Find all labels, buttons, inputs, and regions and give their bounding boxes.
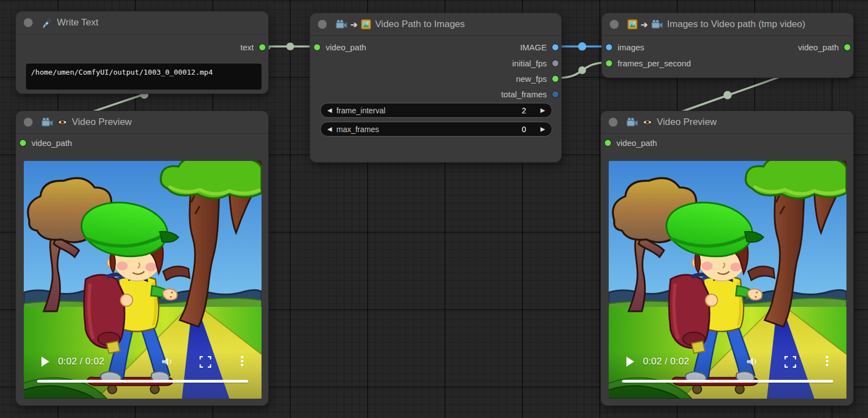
port-label: images xyxy=(618,43,644,52)
link-midpoint-dot[interactable] xyxy=(578,43,587,51)
output-dot-text[interactable] xyxy=(259,44,266,51)
video-time: 0:02 / 0:02 xyxy=(58,356,104,367)
link-midpoint-dot[interactable] xyxy=(724,91,732,100)
overflow-menu-button[interactable] xyxy=(240,356,244,369)
node-write-text[interactable]: Write Text text /home/umen/ComfyUI/outpu… xyxy=(15,11,269,94)
node-images-to-video-path[interactable]: ➔ Images to Video path (tmp video) image… xyxy=(602,13,854,78)
widget-max-frames[interactable]: ◀ max_frames 0 ▶ xyxy=(320,122,552,137)
output-port-total-frames: total_frames xyxy=(501,88,559,100)
port-label: video_path xyxy=(798,43,839,52)
widget-value: 2 xyxy=(522,106,526,115)
volume-button[interactable] xyxy=(747,357,757,369)
node-video-preview-right[interactable]: Video Preview video_path 0:02 / 0:02 xyxy=(600,111,854,406)
port-label: text xyxy=(240,43,254,52)
input-dot-frames-per-second[interactable] xyxy=(605,60,613,67)
output-dot-initial-fps[interactable] xyxy=(552,60,559,67)
node-video-path-to-images[interactable]: ➔ Video Path to Images video_path IMAGE … xyxy=(310,13,562,163)
eye-icon xyxy=(57,118,67,126)
arrow-right-icon: ➔ xyxy=(351,20,358,29)
node-title: Write Text xyxy=(57,17,98,28)
increment-arrow-icon[interactable]: ▶ xyxy=(541,107,545,113)
video-progress-bar[interactable] xyxy=(37,380,248,383)
node-title: Video Path to Images xyxy=(375,19,465,30)
video-player[interactable]: 0:02 / 0:02 xyxy=(24,161,262,399)
port-label: new_fps xyxy=(516,74,547,83)
collapse-dot[interactable] xyxy=(609,118,618,127)
video-camera-icon xyxy=(336,19,347,29)
output-dot-new-fps[interactable] xyxy=(552,75,559,82)
port-label: frames_per_second xyxy=(618,59,691,68)
widget-label: max_frames xyxy=(336,125,521,134)
node-header[interactable]: Write Text xyxy=(16,12,268,34)
port-label: initial_fps xyxy=(512,59,547,68)
output-port-initial-fps: initial_fps xyxy=(512,58,559,69)
input-port-images: images xyxy=(605,41,644,53)
increment-arrow-icon[interactable]: ▶ xyxy=(541,126,545,132)
input-dot-video-path[interactable] xyxy=(313,44,321,51)
input-port-video-path: video_path xyxy=(19,137,72,149)
node-header[interactable]: ➔ Video Path to Images xyxy=(310,13,561,36)
video-camera-icon xyxy=(651,19,663,29)
input-dot-video-path[interactable] xyxy=(604,139,611,147)
node-header[interactable]: Video Preview xyxy=(601,111,853,134)
output-port-new-fps: new_fps xyxy=(516,73,559,85)
output-port-video-path: video_path xyxy=(798,41,851,53)
widget-frame-interval[interactable]: ◀ frame_interval 2 ▶ xyxy=(320,103,552,118)
picture-icon xyxy=(628,19,637,29)
video-progress-bar[interactable] xyxy=(622,380,833,383)
input-port-video-path: video_path xyxy=(313,41,366,53)
output-dot-image[interactable] xyxy=(552,44,559,51)
port-label: video_path xyxy=(326,43,366,52)
collapse-dot[interactable] xyxy=(24,18,33,27)
collapse-dot[interactable] xyxy=(610,20,619,29)
video-player[interactable]: 0:02 / 0:02 xyxy=(609,161,846,399)
video-camera-icon xyxy=(626,117,638,127)
decrement-arrow-icon[interactable]: ◀ xyxy=(327,107,332,113)
arrow-right-icon: ➔ xyxy=(641,20,648,29)
port-label: video_path xyxy=(32,138,72,148)
link-midpoint-dot[interactable] xyxy=(286,43,294,50)
widget-value: 0 xyxy=(522,125,526,134)
fullscreen-button[interactable] xyxy=(785,356,796,370)
widget-label: frame_interval xyxy=(336,106,521,115)
volume-button[interactable] xyxy=(162,357,172,369)
video-camera-icon xyxy=(41,117,53,127)
output-port-image: IMAGE xyxy=(520,41,559,53)
input-port-frames-per-second: frames_per_second xyxy=(605,58,691,69)
pen-icon xyxy=(41,17,53,28)
play-button[interactable] xyxy=(626,357,634,369)
play-button[interactable] xyxy=(41,357,49,369)
port-label: IMAGE xyxy=(520,43,547,52)
node-video-preview-left[interactable]: Video Preview video_path 0:02 / 0:02 xyxy=(15,111,269,406)
input-port-video-path: video_path xyxy=(604,137,657,149)
node-header[interactable]: Video Preview xyxy=(16,111,268,134)
node-header[interactable]: ➔ Images to Video path (tmp video) xyxy=(602,13,853,36)
fullscreen-button[interactable] xyxy=(200,356,211,370)
collapse-dot[interactable] xyxy=(318,20,327,29)
video-time: 0:02 / 0:02 xyxy=(643,356,689,367)
port-label: total_frames xyxy=(501,90,547,99)
output-dot-video-path[interactable] xyxy=(844,44,851,51)
decrement-arrow-icon[interactable]: ◀ xyxy=(327,126,332,132)
output-dot-total-frames[interactable] xyxy=(552,91,559,98)
text-field[interactable]: /home/umen/ComfyUI/output/1003_0_00012.m… xyxy=(26,64,262,90)
node-title: Video Preview xyxy=(657,117,717,128)
input-dot-video-path[interactable] xyxy=(19,139,27,147)
node-title: Images to Video path (tmp video) xyxy=(667,19,806,30)
node-graph-canvas[interactable]: Write Text text /home/umen/ComfyUI/outpu… xyxy=(0,0,868,418)
picture-icon xyxy=(361,19,371,29)
port-label: video_path xyxy=(616,138,657,148)
output-port-text: text xyxy=(240,41,266,53)
overflow-menu-button[interactable] xyxy=(825,356,829,369)
collapse-dot[interactable] xyxy=(24,118,33,127)
link-midpoint-dot[interactable] xyxy=(578,66,586,74)
node-title: Video Preview xyxy=(72,117,132,128)
eye-icon xyxy=(642,118,652,126)
input-dot-images[interactable] xyxy=(605,44,613,51)
